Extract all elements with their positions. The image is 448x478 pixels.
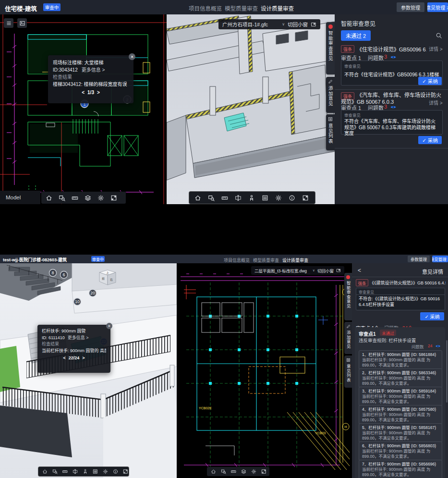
- problem-title: 7、栏杆扶手: 900mm 圆管 (ID: 5856696): [362, 462, 439, 467]
- home-icon[interactable]: [40, 468, 49, 476]
- info-icon[interactable]: [111, 468, 120, 476]
- walk-mode-icon[interactable]: [81, 468, 90, 476]
- eye-icon[interactable]: [435, 344, 441, 348]
- zoom-select-icon[interactable]: [219, 468, 228, 476]
- settings-icon[interactable]: [272, 193, 284, 203]
- model-viewer-top[interactable]: 广州方石项目-1#.gfc ∨ 切回小窗: [167, 14, 335, 204]
- problem-desc: 当前栏杆扶手: 900mm 圆管的 高度 为899.00，不满足条文要求。: [362, 467, 439, 477]
- close-icon[interactable]: ✕: [129, 53, 135, 60]
- side-tab-smart-review[interactable]: 智能审查意见: [326, 22, 335, 74]
- chevron-down-icon[interactable]: ∨: [313, 269, 315, 272]
- close-icon[interactable]: ✕: [106, 323, 112, 329]
- measure-icon[interactable]: [69, 193, 81, 203]
- tab-model-quality[interactable]: 模型质量审查: [253, 257, 279, 263]
- fullscreen-icon[interactable]: [108, 193, 120, 203]
- marker-6[interactable]: 6: [62, 272, 65, 277]
- chevron-down-icon[interactable]: ∨: [282, 22, 285, 26]
- side-tab-add-opinion[interactable]: 添加意见: [344, 322, 352, 354]
- switch-small-window[interactable]: 切回小窗: [317, 268, 334, 273]
- home-icon[interactable]: [43, 193, 55, 203]
- pager-next-icon[interactable]: >: [97, 89, 100, 96]
- component-list-icon[interactable]: [91, 468, 100, 476]
- back-button[interactable]: <: [358, 267, 361, 274]
- problem-item[interactable]: 1、栏杆扶手: 900mm 圆管 (ID: 5861884) 当前栏杆扶手: 9…: [359, 350, 442, 370]
- problem-item[interactable]: 5、栏杆扶手: 900mm 圆管 (ID: 5858167) 当前栏杆扶手: 9…: [359, 423, 442, 443]
- nav-cube-top[interactable]: 上: [106, 271, 109, 274]
- zoom-select-icon[interactable]: [205, 193, 217, 203]
- component-list-icon[interactable]: [259, 193, 271, 203]
- settings-icon[interactable]: [249, 468, 258, 476]
- pager-next-icon[interactable]: >: [82, 355, 85, 362]
- marker-20[interactable]: 20: [90, 291, 95, 295]
- switch-small-window[interactable]: 切回小窗: [288, 21, 308, 28]
- window-icon[interactable]: [336, 268, 341, 273]
- side-tab-opinion-list[interactable]: 意见列表: [344, 355, 352, 388]
- layers-menu-button[interactable]: [4, 18, 13, 28]
- walk-mode-icon[interactable]: [245, 193, 257, 203]
- layers-icon[interactable]: [239, 468, 248, 476]
- side-tab-opinion-list[interactable]: 意见列表: [326, 114, 335, 150]
- window-icon[interactable]: [311, 22, 316, 27]
- opinion-text[interactable]: 不符合:《《建筑设计防火规范》》GB 50016 6.4.5栏杆扶手设置: [359, 296, 442, 307]
- side-tab-label: 意见列表: [346, 364, 351, 382]
- more-info-link[interactable]: 更多信息 >: [68, 335, 89, 342]
- zoom-select-icon[interactable]: [56, 193, 68, 203]
- drawing-thumbnail-button[interactable]: [17, 18, 27, 28]
- tab-model-quality[interactable]: 模型质量审查: [225, 4, 258, 12]
- tab-design-quality[interactable]: 设计质量审查: [261, 4, 294, 12]
- info-icon[interactable]: [286, 193, 298, 203]
- home-icon[interactable]: [209, 468, 218, 476]
- opinion-box: 审查意见 不符合《汽车库、修车库、停车场设计防火规范》GB 50067 6.0.…: [341, 110, 443, 135]
- tab-design-quality[interactable]: 设计质量审查: [282, 257, 308, 263]
- pager-prev-icon[interactable]: <: [63, 355, 65, 362]
- settings-icon[interactable]: [101, 468, 110, 476]
- eye-icon[interactable]: [390, 55, 397, 60]
- marker-10[interactable]: 10: [75, 299, 80, 304]
- filter-failed-button[interactable]: 未通过 2: [341, 30, 371, 41]
- accept-button[interactable]: ✓ 采纳: [418, 77, 442, 85]
- eye-icon[interactable]: [390, 105, 397, 110]
- home-icon[interactable]: [192, 193, 204, 203]
- accept-button[interactable]: ✓ 采纳: [420, 312, 444, 320]
- fullscreen-icon[interactable]: [121, 468, 130, 476]
- opinions-button[interactable]: 意见管理 >: [432, 256, 448, 262]
- more-info-link[interactable]: 更多信息 >: [82, 66, 105, 74]
- section-box-icon[interactable]: [71, 468, 80, 476]
- zoom-select-icon[interactable]: [50, 468, 60, 476]
- tab-project-info[interactable]: 项目信息概览: [224, 257, 250, 263]
- opinion-text[interactable]: 不符合《汽车库、修车库、停车场设计防火规范》GB 50067 6.0.3车库建筑…: [344, 119, 439, 137]
- problem-item[interactable]: 2、栏杆扶手: 900mm 圆管 (ID: 5863346) 当前栏杆扶手: 9…: [359, 368, 442, 388]
- cad-viewer-bottom[interactable]: H H YCB03 YCB02E 二层平面图_t3-标改柱宽.dwg ∨ 切回小…: [177, 263, 352, 478]
- tab-project-info[interactable]: 项目信息概览: [189, 4, 222, 12]
- params-button[interactable]: 参数管理: [408, 256, 430, 262]
- problem-item[interactable]: 4、栏杆扶手: 900mm 圆管 (ID: 5857580) 当前栏杆扶手: 9…: [359, 405, 442, 425]
- search-icon[interactable]: [435, 32, 443, 39]
- problem-item[interactable]: 3、栏杆扶手: 900mm 圆管 (ID: 5859184) 当前栏杆扶手: 9…: [359, 387, 442, 406]
- problem-item[interactable]: 7、栏杆扶手: 900mm 圆管 (ID: 5856696) 当前栏杆扶手: 9…: [359, 460, 442, 478]
- measure-icon[interactable]: [229, 468, 238, 476]
- opinions-button[interactable]: 意见管理 >: [427, 2, 448, 12]
- accept-button[interactable]: ✓ 采纳: [418, 136, 442, 144]
- measure-icon[interactable]: [61, 468, 70, 476]
- detail-link[interactable]: 详情 >: [429, 99, 443, 106]
- measure-icon[interactable]: [218, 193, 230, 203]
- nav-cube-right[interactable]: 右: [110, 278, 113, 282]
- problem-item[interactable]: 6、栏杆扶手: 900mm 圆管 (ID: 5856803) 当前栏杆扶手: 9…: [359, 441, 442, 461]
- tooltip-result: 当前栏杆扶手: 900mm 圆管的 高度 为: [42, 348, 106, 355]
- nav-cube-front[interactable]: 前: [102, 277, 105, 281]
- model-tab[interactable]: Model: [0, 191, 40, 204]
- detail-link[interactable]: 详情 >: [429, 45, 443, 52]
- params-button[interactable]: 参数管理: [397, 2, 424, 12]
- fullscreen-icon[interactable]: [259, 468, 268, 476]
- cad-viewer-top[interactable]: 1 2 ✕ 现场标注楼梯: 大堂楼梯 ID:3043412 更多信息 > 检查结…: [0, 14, 167, 204]
- layers-icon[interactable]: [82, 193, 94, 203]
- side-tab-smart-review[interactable]: 智能审查意见: [344, 273, 352, 320]
- side-tab-add-opinion[interactable]: 添加意见: [326, 77, 335, 113]
- model-viewer-bottom[interactable]: 上 前 右 8 6 20 10 22 ✕ 栏杆扶手: 900mm 圆管 ID: …: [0, 263, 177, 478]
- panel-scrollbar[interactable]: [446, 340, 448, 403]
- marker-8[interactable]: 8: [51, 270, 54, 275]
- pager-prev-icon[interactable]: <: [82, 89, 85, 96]
- settings-icon[interactable]: [95, 193, 107, 203]
- section-box-icon[interactable]: [232, 193, 244, 203]
- fullscreen-icon[interactable]: [299, 193, 311, 203]
